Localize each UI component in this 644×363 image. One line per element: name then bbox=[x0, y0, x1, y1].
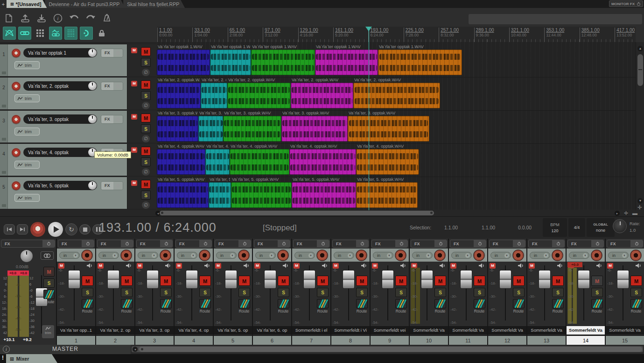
selection-length[interactable]: 0.0.00 bbox=[518, 225, 532, 230]
mute-button[interactable]: M bbox=[141, 47, 151, 56]
solo-button[interactable]: S bbox=[317, 288, 329, 297]
project-tab-1[interactable]: Devienne - Air du Fat puni3.RPP bbox=[45, 0, 125, 8]
record-arm-button[interactable] bbox=[316, 249, 328, 261]
record-arm-button[interactable] bbox=[12, 181, 21, 190]
info-icon[interactable]: i bbox=[3, 346, 10, 353]
fx-power-icon[interactable] bbox=[113, 182, 123, 190]
route-button[interactable] bbox=[82, 299, 93, 308]
route-button[interactable] bbox=[278, 299, 289, 308]
solo-button[interactable]: S bbox=[395, 288, 407, 297]
mixer-strip-4[interactable]: FXin▼M-6--18--30--42--54-MSRouteVa`rla`t… bbox=[175, 239, 214, 345]
media-item[interactable] bbox=[230, 149, 289, 175]
track-control-panel-3[interactable]: 3Va`rla`ter, 3. opptakFXtrimMMS∅ bbox=[0, 111, 157, 142]
fx-power-icon[interactable] bbox=[113, 115, 123, 123]
channel-fx-button[interactable]: FX bbox=[411, 240, 447, 248]
mixer-strip-master[interactable]: FX0.00dB+0.0+0.01260-6-12-18-24-30-36-42… bbox=[0, 239, 57, 345]
mute-button[interactable]: M bbox=[82, 276, 93, 286]
record-arm-button[interactable] bbox=[512, 249, 524, 261]
mute-button[interactable]: M bbox=[121, 276, 133, 286]
fx-power-icon[interactable] bbox=[82, 240, 94, 247]
solo-button[interactable]: S bbox=[141, 58, 151, 67]
tab-close-icon[interactable]: ⊠ bbox=[10, 2, 14, 7]
save-project-button[interactable] bbox=[35, 13, 48, 25]
phase-button[interactable]: ∅ bbox=[142, 168, 150, 176]
record-arm-button[interactable] bbox=[356, 249, 367, 261]
solo-button[interactable]: S bbox=[552, 288, 564, 297]
route-button[interactable] bbox=[317, 299, 329, 308]
record-arm-button[interactable] bbox=[160, 249, 171, 261]
solo-button[interactable]: S bbox=[474, 288, 485, 297]
mixer-strip-13[interactable]: FXin▼M-6--18--30--42--54-MSRouteSommerfe… bbox=[527, 239, 567, 345]
input-select-button[interactable]: in▼ bbox=[569, 252, 589, 259]
track-fx-button[interactable]: FX bbox=[101, 49, 123, 57]
fx-power-icon[interactable] bbox=[199, 240, 211, 247]
mute-button[interactable]: M bbox=[395, 276, 407, 286]
mute-button[interactable]: M bbox=[317, 276, 329, 286]
track-name-field[interactable]: Va`rla`ter opptak 1 bbox=[23, 48, 97, 57]
trim-envelope-button[interactable]: trim bbox=[14, 161, 40, 169]
solo-button[interactable]: S bbox=[513, 288, 525, 297]
mixer-strip-3[interactable]: FXin▼M-6--18--30--42--54-MSRouteVa`rla`t… bbox=[135, 239, 175, 345]
undo-button[interactable] bbox=[68, 13, 80, 25]
fx-power-icon[interactable] bbox=[113, 49, 123, 57]
snap-to-grid-toggle[interactable] bbox=[64, 27, 77, 40]
project-settings-button[interactable]: i bbox=[52, 13, 64, 25]
solo-button[interactable]: S bbox=[199, 288, 211, 297]
go-to-start-button[interactable] bbox=[4, 224, 15, 235]
channel-number[interactable]: 4 bbox=[175, 335, 213, 345]
record-arm-button[interactable] bbox=[12, 82, 21, 91]
channel-fx-button[interactable]: FX bbox=[371, 240, 408, 248]
go-to-end-button[interactable] bbox=[17, 224, 28, 235]
volume-fader[interactable] bbox=[68, 270, 80, 289]
selection-end[interactable]: 1.1.00 bbox=[482, 225, 495, 230]
fx-power-icon[interactable] bbox=[630, 240, 643, 247]
mixer-scroll-left-button[interactable]: ◂ bbox=[133, 347, 138, 352]
repeat-button[interactable]: ↻ bbox=[65, 223, 77, 235]
record-arm-button[interactable] bbox=[12, 148, 21, 157]
mixer-strip-5[interactable]: FXin▼M-6--18--30--42--54-MSRouteVa`rla`t… bbox=[214, 239, 253, 345]
media-item[interactable] bbox=[157, 50, 210, 75]
fx-power-icon[interactable] bbox=[160, 240, 172, 247]
route-button[interactable] bbox=[395, 299, 407, 308]
input-select-button[interactable]: in▼ bbox=[373, 252, 393, 259]
fx-power-icon[interactable] bbox=[113, 82, 123, 90]
route-button[interactable] bbox=[552, 299, 564, 308]
media-item[interactable] bbox=[201, 83, 227, 108]
project-tab-0[interactable]: ⊠*[Unsaved] bbox=[7, 0, 47, 8]
solo-button[interactable]: S bbox=[141, 91, 151, 100]
media-item[interactable] bbox=[157, 149, 205, 175]
route-button[interactable] bbox=[199, 299, 211, 308]
media-item[interactable] bbox=[231, 182, 292, 208]
volume-fader[interactable] bbox=[225, 270, 237, 289]
mute-button[interactable]: M bbox=[356, 276, 368, 286]
channel-number[interactable]: 1 bbox=[57, 335, 95, 345]
trim-envelope-button[interactable]: trim bbox=[14, 94, 40, 102]
fx-power-icon[interactable] bbox=[356, 240, 368, 247]
fx-power-icon[interactable] bbox=[552, 240, 564, 247]
fx-power-icon[interactable] bbox=[434, 240, 447, 247]
channel-fx-button[interactable]: FX bbox=[58, 240, 94, 248]
volume-fader[interactable] bbox=[186, 270, 198, 289]
mixer-strip-15[interactable]: FXin▼M-6--18--30--42--54-MSRouteSommerfe… bbox=[606, 239, 644, 345]
channel-number[interactable]: 10 bbox=[410, 335, 448, 345]
fx-power-icon[interactable] bbox=[121, 240, 133, 247]
transport-position-display[interactable]: 193.1.00 / 6:24.000 bbox=[99, 221, 217, 235]
route-button[interactable] bbox=[591, 299, 603, 308]
scroll-up-button[interactable]: ▲ bbox=[637, 46, 643, 51]
phase-button[interactable]: ∅ bbox=[142, 135, 150, 142]
channel-number[interactable]: 8 bbox=[331, 335, 370, 345]
volume-fader[interactable] bbox=[460, 270, 472, 289]
scroll-right-button[interactable]: ▸ bbox=[615, 211, 620, 216]
volume-fader[interactable] bbox=[264, 270, 276, 289]
master-pan-knob[interactable] bbox=[21, 250, 33, 262]
media-item[interactable] bbox=[210, 50, 251, 75]
mixer-docker-tab[interactable]: ⊠ Mixer bbox=[6, 354, 57, 363]
track-name-field[interactable]: Va`rla`ter, 3. opptak bbox=[23, 114, 97, 124]
channel-fx-button[interactable]: FX bbox=[97, 240, 133, 248]
solo-button[interactable]: S bbox=[434, 288, 446, 297]
channel-number[interactable]: 14 bbox=[567, 335, 605, 345]
record-arm-button[interactable] bbox=[238, 249, 250, 261]
global-automation-box[interactable]: GLOBAL none bbox=[587, 218, 615, 237]
media-item[interactable] bbox=[209, 182, 231, 208]
trim-envelope-button[interactable]: trim bbox=[14, 128, 40, 135]
